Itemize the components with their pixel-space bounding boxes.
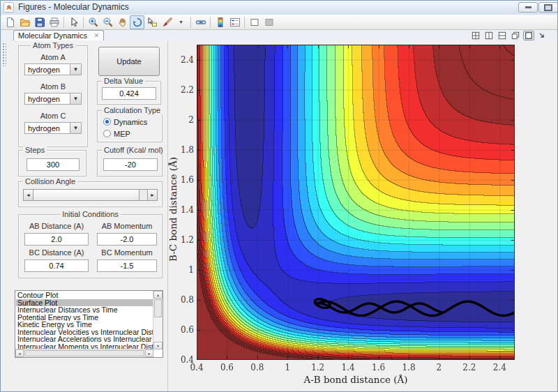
- scroll-down-icon[interactable]: ▼: [153, 342, 163, 349]
- title-bar[interactable]: Figures - Molecular Dynamics: [1, 1, 557, 15]
- initial-condition-field: BC Distance (A): [24, 247, 89, 272]
- scroll-up-icon[interactable]: ▲: [153, 291, 163, 299]
- layout-top-bottom-button[interactable]: [497, 31, 508, 40]
- collision-angle-slider[interactable]: ◄ ►: [23, 189, 158, 201]
- steps-input[interactable]: [27, 158, 80, 171]
- y-tick-label: 2.2: [168, 85, 194, 95]
- open-file-button[interactable]: [17, 15, 32, 29]
- initial-conditions-fields: AB Distance (A)AB MomentumBC Distance (A…: [24, 220, 156, 272]
- chevron-down-icon[interactable]: ▼: [70, 93, 81, 104]
- zoom-in-button[interactable]: [86, 15, 100, 29]
- delta-value-input[interactable]: [102, 87, 156, 100]
- x-tick-label: 1.4: [336, 363, 360, 372]
- layout-float-icon: [511, 31, 520, 40]
- ab-momentum-input[interactable]: [97, 233, 157, 246]
- atom-select-c[interactable]: hydrogen▼: [24, 122, 82, 134]
- pan-button[interactable]: [115, 15, 130, 29]
- link-plots-button[interactable]: [193, 15, 208, 29]
- minimize-button[interactable]: [518, 2, 538, 13]
- layout-maximized-icon: [525, 31, 533, 40]
- list-item[interactable]: Potential Energy vs Time: [16, 314, 153, 322]
- data-cursor-button[interactable]: [144, 15, 159, 29]
- insert-legend-button[interactable]: [227, 15, 242, 29]
- brush-menu-caret-button[interactable]: ▾: [174, 15, 188, 29]
- atom-select-b[interactable]: hydrogen▼: [24, 93, 82, 105]
- plot-type-items: Contour PlotSurface PlotInternuclear Dis…: [16, 292, 153, 349]
- open-file-icon: [20, 17, 31, 28]
- insert-colorbar-button[interactable]: [213, 15, 227, 29]
- toolbar-separator: [63, 17, 64, 28]
- initial-conditions-group: Initial Conditions AB Distance (A)AB Mom…: [18, 214, 163, 278]
- list-item[interactable]: Surface Plot: [16, 299, 153, 307]
- atom-select-a[interactable]: hydrogen▼: [24, 63, 82, 75]
- hide-plot-tools-button[interactable]: [247, 15, 262, 29]
- collision-angle-title: Collision Angle: [23, 177, 77, 186]
- chevron-down-icon[interactable]: ▼: [70, 123, 81, 133]
- bc-momentum-input[interactable]: [97, 259, 157, 272]
- layout-top-bottom-icon: [498, 31, 506, 40]
- scroll-left-icon[interactable]: ◄: [15, 349, 24, 357]
- update-button[interactable]: Update: [98, 47, 160, 76]
- list-item[interactable]: Internuclear Distances vs Time: [16, 306, 153, 314]
- initial-condition-field: AB Momentum: [97, 220, 157, 246]
- dock-figure-arrow-button[interactable]: [536, 31, 548, 40]
- dynamics-radio[interactable]: Dynamics: [103, 117, 147, 126]
- figures-window: Figures - Molecular Dynamics ▾ Molecular…: [0, 0, 558, 392]
- list-item[interactable]: Contour Plot: [16, 292, 153, 299]
- initial-condition-label: AB Distance (A): [24, 222, 89, 232]
- list-item[interactable]: Internuclear Momenta vs Internuclear Dis…: [16, 343, 153, 349]
- tab-label: Molecular Dynamics: [18, 31, 91, 40]
- zoom-out-button[interactable]: [100, 15, 115, 29]
- new-file-button[interactable]: [3, 15, 17, 29]
- layout-buttons: [470, 31, 548, 40]
- initial-condition-label: BC Distance (A): [24, 248, 89, 258]
- x-tick-label: 1: [276, 363, 299, 372]
- save-button[interactable]: [32, 15, 47, 29]
- mep-radio[interactable]: MEP: [103, 129, 130, 138]
- atom-label: Atom A: [19, 53, 87, 61]
- horizontal-scroll-thumb[interactable]: [24, 350, 144, 356]
- y-tick-label: 2.4: [168, 55, 194, 65]
- cutoff-input[interactable]: [103, 158, 158, 171]
- atom-select-value: hydrogen: [25, 124, 70, 133]
- link-plots-icon: [195, 17, 206, 28]
- list-item[interactable]: Kinetic Energy vs Time: [16, 321, 153, 329]
- contour-canvas[interactable]: [197, 45, 515, 360]
- x-tick-label: 1.2: [306, 363, 330, 372]
- brush-button[interactable]: [159, 15, 174, 29]
- listbox-horizontal-scrollbar[interactable]: ◄ ►: [15, 349, 153, 357]
- layout-left-right-button[interactable]: [483, 31, 495, 40]
- slider-left-arrow-icon[interactable]: ◄: [24, 190, 33, 200]
- ab-distance-a--input[interactable]: [24, 233, 89, 246]
- insert-legend-icon: [229, 17, 241, 28]
- pointer-button[interactable]: [66, 15, 81, 29]
- layout-grid-button[interactable]: [470, 31, 481, 40]
- x-tick-label: 2.2: [458, 363, 481, 372]
- listbox-vertical-scrollbar[interactable]: ▲ ▼: [153, 291, 163, 349]
- chevron-down-icon[interactable]: ▼: [70, 64, 81, 75]
- y-tick-label: 0.6: [168, 325, 194, 335]
- list-item[interactable]: Internuclear Accelerations vs Internucle…: [16, 336, 153, 343]
- print-button[interactable]: [47, 15, 61, 29]
- radio-unselected-icon: [103, 130, 111, 137]
- x-tick-label: 0.6: [215, 363, 239, 372]
- atom-types-title: Atom Types: [31, 41, 75, 50]
- controls-panel: Atom Types Atom Ahydrogen▼Atom Bhydrogen…: [8, 41, 168, 392]
- tab-molecular-dynamics[interactable]: Molecular Dynamics ✕: [13, 30, 104, 40]
- maximize-button[interactable]: [538, 2, 558, 13]
- layout-float-button[interactable]: [510, 31, 521, 40]
- layout-maximized-button[interactable]: [523, 31, 534, 40]
- bc-distance-a--input[interactable]: [24, 259, 89, 272]
- rotate-3d-button[interactable]: [130, 15, 144, 29]
- slider-thumb[interactable]: [33, 190, 140, 200]
- show-plot-tools-button[interactable]: [262, 15, 276, 29]
- x-tick-label: 2.4: [488, 363, 511, 372]
- plot-type-listbox: Contour PlotSurface PlotInternuclear Dis…: [15, 290, 163, 358]
- y-tick-label: 0.4: [168, 355, 194, 365]
- slider-right-arrow-icon[interactable]: ►: [147, 190, 157, 200]
- vertical-scroll-thumb[interactable]: [154, 299, 162, 317]
- steps-group: Steps: [18, 150, 86, 176]
- list-item[interactable]: Internuclear Velocities vs Internuclear …: [16, 329, 153, 336]
- close-tab-icon[interactable]: ✕: [93, 32, 99, 39]
- scroll-right-icon[interactable]: ►: [145, 349, 153, 357]
